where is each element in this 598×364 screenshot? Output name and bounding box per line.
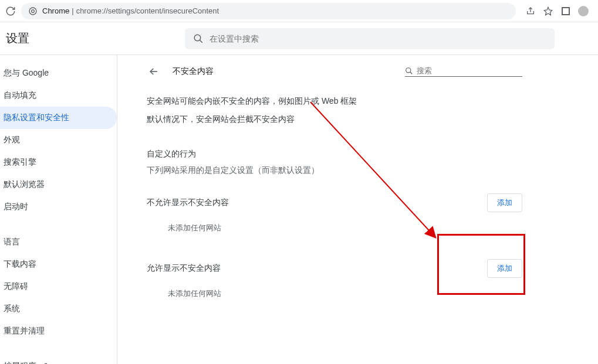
url-scheme: Chrome [42, 6, 69, 15]
sidebar-item-default-browser[interactable]: 默认浏览器 [0, 174, 117, 196]
annotation-arrow [308, 100, 449, 243]
url-path: chrome://settings/content/insecureConten… [76, 6, 219, 15]
section-title: 不安全内容 [173, 66, 214, 77]
star-icon[interactable] [543, 6, 553, 16]
toolbar-actions [521, 6, 593, 16]
sidebar-item-reset[interactable]: 重置并清理 [0, 320, 117, 342]
sidebar-item-label: 隐私设置和安全性 [4, 113, 69, 123]
svg-point-1 [32, 9, 35, 12]
sidebar-item-downloads[interactable]: 下载内容 [0, 253, 117, 275]
sidebar-item-you-and-google[interactable]: 您与 Google [0, 62, 117, 84]
settings-header: 设置 [0, 22, 598, 55]
sidebar-item-label: 搜索引擎 [4, 157, 36, 168]
svg-line-4 [310, 102, 435, 237]
sidebar-item-extensions[interactable]: 扩展程序 [0, 355, 117, 364]
page-title: 设置 [0, 30, 141, 46]
sidebar-item-languages[interactable]: 语言 [0, 231, 117, 253]
svg-point-3 [406, 67, 411, 72]
allow-row: 允许显示不安全内容 添加 [147, 259, 522, 278]
sidebar-item-label: 语言 [4, 237, 20, 247]
share-icon[interactable] [525, 6, 536, 16]
add-block-site-button[interactable]: 添加 [487, 193, 522, 212]
header-search-wrap [141, 28, 598, 49]
sidebar-item-search-engine[interactable]: 搜索引擎 [0, 151, 117, 174]
content-header: 不安全内容 [147, 64, 522, 79]
reload-icon[interactable] [5, 5, 16, 17]
back-button[interactable] [147, 64, 161, 79]
add-allow-site-button[interactable]: 添加 [487, 259, 522, 278]
content-search-input[interactable] [417, 66, 522, 75]
add-button-label: 添加 [497, 198, 512, 208]
settings-search[interactable] [185, 28, 555, 49]
sidebar-item-system[interactable]: 系统 [0, 298, 117, 320]
sidebar-item-label: 自动填充 [4, 90, 36, 101]
omnibox[interactable]: Chrome | chrome://settings/content/insec… [21, 3, 516, 19]
panel-icon[interactable] [560, 6, 571, 16]
main-content: 您与 Google 自动填充 隐私设置和安全性 外观 搜索引擎 默认浏览器 启动… [0, 55, 598, 364]
sidebar-item-label: 外观 [4, 135, 20, 145]
sidebar-item-label: 默认浏览器 [4, 179, 45, 190]
chrome-icon [28, 6, 38, 16]
sidebar-item-privacy-security[interactable]: 隐私设置和安全性 [0, 107, 117, 129]
svg-point-2 [194, 35, 201, 41]
add-button-label: 添加 [497, 263, 512, 274]
block-label: 不允许显示不安全内容 [147, 198, 229, 208]
search-icon [193, 33, 204, 44]
search-icon [405, 67, 413, 75]
browser-toolbar: Chrome | chrome://settings/content/insec… [0, 0, 598, 22]
content-search[interactable] [405, 66, 522, 77]
sidebar-item-appearance[interactable]: 外观 [0, 129, 117, 151]
settings-search-input[interactable] [210, 34, 546, 43]
url-separator: | [72, 6, 73, 15]
svg-point-0 [29, 8, 36, 15]
sidebar-item-label: 您与 Google [4, 68, 49, 79]
sidebar-item-label: 系统 [4, 304, 20, 314]
sidebar-item-autofill[interactable]: 自动填充 [0, 84, 117, 107]
sidebar: 您与 Google 自动填充 隐私设置和安全性 外观 搜索引擎 默认浏览器 启动… [0, 55, 117, 364]
allow-empty-text: 未添加任何网站 [147, 288, 522, 299]
sidebar-item-on-startup[interactable]: 启动时 [0, 196, 117, 218]
sidebar-item-label: 无障碍 [4, 281, 28, 292]
allow-label: 允许显示不安全内容 [147, 263, 221, 274]
sidebar-item-label: 重置并清理 [4, 326, 45, 336]
profile-avatar[interactable] [578, 6, 589, 16]
sidebar-item-label: 启动时 [4, 202, 28, 212]
sidebar-item-label: 扩展程序 [4, 361, 36, 364]
sidebar-item-label: 下载内容 [4, 259, 36, 270]
sidebar-item-accessibility[interactable]: 无障碍 [0, 275, 117, 298]
